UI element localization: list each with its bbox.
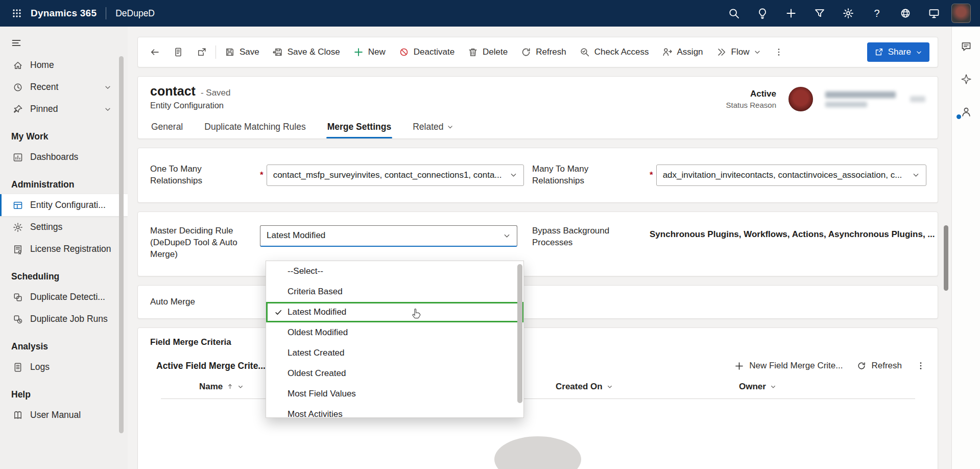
dropdown-option-latest-created[interactable]: Latest Created: [266, 343, 523, 363]
deactivate-icon: [399, 47, 409, 57]
waffle-menu-icon[interactable]: [5, 0, 29, 27]
plus-icon: [734, 361, 744, 371]
check-access-label: Check Access: [594, 47, 649, 57]
main-scrollbar[interactable]: [944, 225, 948, 291]
sidebar-section-analysis: Analysis: [0, 330, 128, 356]
dropdown-option-latest-modified[interactable]: Latest Modified: [266, 302, 523, 322]
assign-button[interactable]: Assign: [656, 41, 710, 63]
dropdown-option-oldest-created[interactable]: Oldest Created: [266, 363, 523, 384]
bypass-value[interactable]: Synchronous Plugins, Workflows, Actions,…: [650, 229, 935, 240]
assistant-icon[interactable]: [961, 106, 972, 118]
save-label: Save: [240, 47, 259, 57]
share-button[interactable]: Share: [867, 42, 929, 62]
field-merge-criteria-title: Field Merge Criteria: [138, 337, 938, 347]
sidebar-item-duplicate-job-runs[interactable]: Duplicate Job Runs: [0, 308, 128, 330]
sidebar-item-settings[interactable]: Settings: [0, 216, 128, 238]
copilot-icon[interactable]: [961, 74, 972, 85]
open-in-new-window-button[interactable]: [190, 41, 213, 63]
sidebar-item-dashboards[interactable]: Dashboards: [0, 146, 128, 168]
quick-create-plus-icon[interactable]: [777, 0, 805, 27]
pin-icon: [13, 104, 23, 114]
required-marker: *: [260, 170, 264, 180]
popout-icon: [197, 47, 207, 57]
chevron-down-icon[interactable]: [104, 106, 111, 113]
sidebar-item-license-registration[interactable]: License Registration: [0, 238, 128, 260]
column-created-on[interactable]: Created On: [556, 382, 739, 392]
sidebar-item-duplicate-detection[interactable]: Duplicate Detecti...: [0, 286, 128, 308]
sidebar-item-label: Entity Configurati...: [30, 200, 106, 210]
user-avatar[interactable]: [951, 4, 971, 23]
globe-icon[interactable]: [891, 0, 920, 27]
search-icon[interactable]: [720, 0, 748, 27]
dropdown-option-criteria-based[interactable]: Criteria Based: [266, 282, 523, 302]
sidebar-item-pinned[interactable]: Pinned: [0, 98, 128, 120]
option-label: Oldest Modified: [288, 327, 348, 338]
refresh-label: Refresh: [536, 47, 566, 57]
topbar-actions: ?: [720, 0, 976, 27]
save-and-close-button[interactable]: Save & Close: [266, 41, 347, 63]
sidebar-item-entity-configuration[interactable]: Entity Configurati...: [0, 194, 128, 216]
sidebar-section-administration: Administration: [0, 168, 128, 194]
owner-role-line: [825, 102, 867, 107]
tab-related[interactable]: Related: [412, 119, 455, 138]
tab-general[interactable]: General: [150, 119, 184, 138]
subgrid-overflow-button[interactable]: [916, 361, 925, 370]
app-name[interactable]: DeDupeD: [115, 8, 155, 19]
tab-merge-settings[interactable]: Merge Settings: [326, 119, 392, 138]
overflow-menu-button[interactable]: [768, 41, 790, 63]
owner-avatar[interactable]: [788, 87, 813, 111]
save-button[interactable]: Save: [218, 41, 266, 63]
screen-share-icon[interactable]: [920, 0, 948, 27]
column-owner[interactable]: Owner: [739, 382, 915, 392]
refresh-button[interactable]: Refresh: [514, 41, 573, 63]
flow-button[interactable]: Flow: [710, 41, 768, 63]
sidebar-item-recent[interactable]: Recent: [0, 76, 128, 98]
lightbulb-icon[interactable]: [748, 0, 777, 27]
one-to-many-combobox[interactable]: contact_msfp_surveyinvites, contact_conn…: [267, 165, 524, 186]
clock-icon: [13, 82, 23, 92]
right-rail: [951, 27, 980, 469]
form-selector-button[interactable]: [166, 41, 190, 63]
dropdown-option-most-activities[interactable]: Most Activities: [266, 404, 523, 418]
check-access-button[interactable]: Check Access: [573, 41, 656, 63]
dropdown-option-select[interactable]: --Select--: [266, 261, 523, 282]
header-expand-control[interactable]: [910, 96, 925, 102]
many-to-many-combobox[interactable]: adx_invitation_invitecontacts, contactin…: [656, 165, 926, 186]
record-title-block: contact - Saved Entity Configuration: [150, 84, 231, 110]
sitemap-toggle-icon[interactable]: [0, 32, 128, 54]
many-to-many-value: adx_invitation_invitecontacts, contactin…: [663, 170, 902, 180]
sidebar-item-logs[interactable]: Logs: [0, 356, 128, 378]
master-rule-select[interactable]: Latest Modified: [260, 225, 517, 247]
required-marker: *: [650, 170, 653, 180]
chat-panel-icon[interactable]: [961, 41, 972, 52]
sidebar-item-user-manual[interactable]: User Manual: [0, 404, 128, 426]
dropdown-option-most-field-values[interactable]: Most Field Values: [266, 384, 523, 404]
dropdown-option-oldest-modified[interactable]: Oldest Modified: [266, 322, 523, 343]
tab-duplicate-matching-rules[interactable]: Duplicate Matching Rules: [203, 119, 306, 138]
subgrid-title: Active Field Merge Crite...: [156, 361, 266, 371]
help-icon[interactable]: ?: [863, 0, 891, 27]
dropdown-scrollbar[interactable]: [517, 264, 522, 403]
back-arrow-icon: [150, 47, 160, 57]
sidebar-scrollbar[interactable]: [119, 56, 124, 433]
sidebar-section-help: Help: [0, 378, 128, 404]
subgrid-refresh-button[interactable]: Refresh: [857, 361, 902, 371]
new-field-merge-button[interactable]: New Field Merge Crite...: [734, 361, 843, 371]
sidebar-item-label: Duplicate Job Runs: [30, 314, 108, 324]
kebab-icon: [916, 361, 925, 370]
settings-gear-icon[interactable]: [834, 0, 863, 27]
back-button[interactable]: [143, 41, 166, 63]
owner-name-redacted[interactable]: [825, 91, 896, 107]
dashboards-icon: [13, 152, 23, 162]
save-icon: [225, 47, 235, 57]
deactivate-button[interactable]: Deactivate: [392, 41, 461, 63]
chevron-down-icon[interactable]: [104, 84, 111, 91]
dynamics-brand[interactable]: Dynamics 365: [31, 8, 97, 19]
delete-button[interactable]: Delete: [461, 41, 514, 63]
status-label: Status Reason: [726, 101, 776, 109]
sidebar-item-home[interactable]: Home: [0, 54, 128, 76]
new-button[interactable]: New: [347, 41, 392, 63]
chevron-down-icon: [916, 49, 922, 56]
delete-label: Delete: [483, 47, 508, 57]
filter-icon[interactable]: [805, 0, 834, 27]
